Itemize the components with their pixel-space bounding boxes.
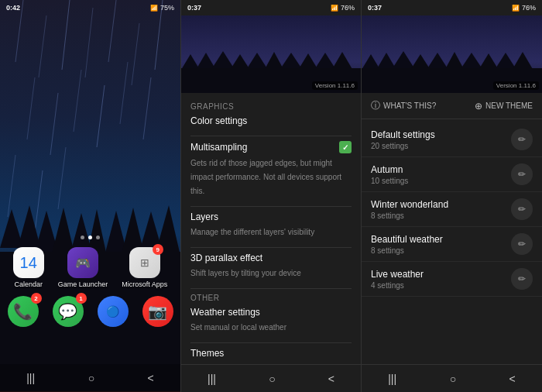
whats-this-label: WHAT'S THIS? [383,101,436,110]
themes-item[interactable]: Themes Manage and apply sets of settings [190,348,352,364]
weather-settings-item[interactable]: Weather settings Set manual or local wea… [190,307,352,333]
page-dots [81,236,100,239]
new-theme-btn[interactable]: ⊕ NEW THEME [475,101,533,112]
app-microsoft[interactable]: ⊞ 9 Microsoft Apps [122,247,167,288]
signal-icon: 📶 [150,5,158,12]
other-section-label: Other [190,294,352,302]
new-theme-label: NEW THEME [485,101,533,110]
theme-edit-beautiful-weather[interactable]: ✏ [511,233,533,255]
theme-info-autumn: Autumn 10 settings [371,164,511,185]
version-badge-p3: Version 1.11.6 [493,81,539,90]
svg-line-12 [143,77,151,139]
theme-count-winter: 8 settings [371,211,511,220]
signal-icon-p2: 📶 [331,5,338,12]
messages-icon: 💬 [58,302,77,321]
msg-badge: 1 [76,293,87,304]
status-icons-panel2: 📶 76% [331,4,355,12]
battery-panel3: 76% [522,4,536,12]
nav-back-btn[interactable]: < [148,372,154,384]
settings-panel: 0:37 📶 76% [180,0,362,392]
theme-item-live-weather[interactable]: Live weather 4 settings ✏ [362,262,542,297]
signal-icon-p3: 📶 [512,5,520,12]
nav-recent-btn-p2[interactable]: ||| [208,373,216,385]
app-game-launcher[interactable]: 🎮 Game Launcher [58,247,108,288]
clock-panel1: 0:42 [6,4,20,12]
ms-icon: ⊞ [140,256,149,269]
theme-edit-winter[interactable]: ✏ [511,198,533,220]
theme-item-default[interactable]: Default settings 20 settings ✏ [362,122,542,157]
divider-4 [190,288,352,289]
theme-item-autumn[interactable]: Autumn 10 settings ✏ [362,157,542,192]
calendar-icon-wrap[interactable]: 14 [13,247,44,278]
svg-line-11 [120,62,128,124]
themes-preview: Version 1.11.6 [362,15,542,93]
color-settings-title: Color settings [190,115,247,126]
color-settings-item[interactable]: Color settings [190,115,352,126]
divider-3 [190,247,352,248]
phone-icon: 📞 [13,302,33,321]
dock-row: 📞 2 💬 1 🔵 📷 [0,293,180,330]
svg-line-14 [35,170,43,232]
game-icon: 🎮 [75,256,91,270]
multisampling-item[interactable]: Multisampling Gets rid of those jagged e… [190,141,352,197]
clock-panel3: 0:37 [368,4,382,12]
nav-bar-panel1: ||| ○ < [0,364,180,392]
whats-this-btn[interactable]: ⓘ WHAT'S THIS? [371,99,436,112]
multisampling-checkbox[interactable] [339,141,352,153]
settings-list: Graphics Color settings Multisampling Ge… [181,93,361,364]
graphics-section-label: Graphics [190,102,352,111]
game-icon-wrap[interactable]: 🎮 [67,247,98,278]
layers-title: Layers [190,211,218,222]
theme-count-default: 20 settings [371,142,511,150]
svg-line-5 [132,23,139,85]
dock-bixby[interactable]: 🔵 [98,296,129,327]
dock-messages[interactable]: 💬 1 [53,296,84,327]
nav-back-btn-p3[interactable]: < [509,373,516,385]
calendar-label: Calendar [14,280,43,288]
svg-line-1 [39,15,46,77]
theme-edit-default[interactable]: ✏ [511,129,533,150]
nav-bar-panel2: ||| ○ < [181,364,361,392]
theme-edit-live-weather[interactable]: ✏ [511,268,533,290]
app-grid: 14 Calendar 🎮 Game Launcher ⊞ 9 Microsof… [0,236,180,330]
phone-badge: 2 [31,293,42,304]
theme-count-beautiful-weather: 8 settings [371,246,511,255]
nav-recent-btn-p3[interactable]: ||| [388,373,396,385]
dock-phone[interactable]: 📞 2 [8,296,39,327]
nav-home-btn-p2[interactable]: ○ [269,373,275,385]
info-icon: ⓘ [371,99,380,112]
svg-line-7 [27,77,35,139]
multisampling-desc: Gets rid of those jagged edges, but migh… [190,159,341,195]
divider-2 [190,206,352,207]
divider-5 [190,342,352,343]
parallax-item[interactable]: 3D parallax effect Shift layers by tilti… [190,253,352,279]
layers-header: Layers [190,211,352,222]
dock-camera[interactable]: 📷 [142,296,173,327]
clock-panel2: 0:37 [187,4,201,12]
layers-item[interactable]: Layers Manage the different layers' visi… [190,211,352,238]
svg-line-8 [50,93,58,155]
theme-name-winter: Winter wonderland [371,199,511,210]
theme-info-winter: Winter wonderland 8 settings [371,199,511,220]
nav-recent-btn[interactable]: ||| [26,372,35,384]
nav-back-btn-p2[interactable]: < [328,373,334,385]
theme-count-autumn: 10 settings [371,177,511,185]
add-icon: ⊕ [475,101,482,112]
app-calendar[interactable]: 14 Calendar [13,247,44,288]
nav-home-btn-p3[interactable]: ○ [450,373,456,385]
status-icons-panel3: 📶 76% [512,4,536,12]
nav-home-btn[interactable]: ○ [88,372,94,384]
version-badge-p2: Version 1.11.6 [312,81,358,90]
status-bar-panel1: 0:42 📶 75% [0,0,180,15]
theme-item-beautiful-weather[interactable]: Beautiful weather 8 settings ✏ [362,227,542,262]
ms-icon-wrap[interactable]: ⊞ 9 [129,247,160,278]
multisampling-title: Multisampling [190,142,247,153]
svg-line-3 [85,8,93,77]
battery-panel1: 75% [160,4,174,12]
theme-item-winter[interactable]: Winter wonderland 8 settings ✏ [362,192,542,227]
game-label: Game Launcher [58,280,108,288]
divider-1 [190,136,352,136]
rain-effect [0,0,180,392]
parallax-header: 3D parallax effect [190,253,352,263]
theme-edit-autumn[interactable]: ✏ [511,163,533,185]
